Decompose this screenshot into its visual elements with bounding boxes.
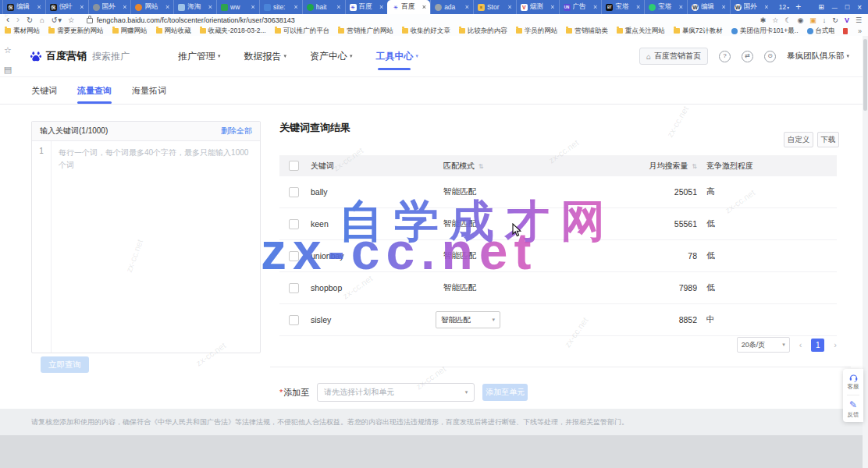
new-tab-button[interactable]: + bbox=[795, 2, 801, 12]
sort-icon[interactable]: ⇅ bbox=[478, 163, 484, 170]
bookmark-item[interactable]: 暴疯72计教材 bbox=[674, 27, 723, 36]
tab-close-icon[interactable] bbox=[422, 3, 426, 11]
brand[interactable]: 百度营销 搜索推广 bbox=[30, 49, 130, 63]
plan-unit-select[interactable]: 请先选择计划和单元 bbox=[317, 383, 475, 402]
sort-icon[interactable]: ⇅ bbox=[692, 163, 697, 170]
browser-tab[interactable]: ✳ 百度 bbox=[345, 0, 388, 14]
tab-close-icon[interactable] bbox=[379, 3, 383, 11]
tab-close-icon[interactable] bbox=[251, 3, 255, 11]
customer-service-button[interactable]: 客服 bbox=[848, 373, 859, 391]
refresh-icon[interactable] bbox=[27, 14, 33, 26]
clear-all-link[interactable]: 删除全部 bbox=[221, 126, 252, 136]
column-header-match[interactable]: 匹配模式 ⇅ bbox=[443, 161, 603, 172]
browser-tab[interactable]: 倪 编辑 bbox=[2, 0, 45, 14]
browser-tab[interactable]: BT 宝塔 bbox=[601, 0, 644, 14]
row-checkbox[interactable] bbox=[289, 251, 299, 261]
tab-close-icon[interactable] bbox=[293, 3, 297, 11]
tool-tab[interactable]: 关键词 bbox=[31, 77, 57, 104]
tab-close-icon[interactable] bbox=[165, 3, 169, 11]
tab-close-icon[interactable] bbox=[37, 3, 41, 11]
keyword-textarea[interactable]: 1 每行一个词，每个词最多40个字符，最多只能输入1000个词 bbox=[32, 141, 260, 353]
row-checkbox[interactable] bbox=[289, 219, 299, 229]
bookmark-item[interactable]: 网赚网站 bbox=[112, 27, 148, 36]
panel-icon[interactable]: ▤ bbox=[4, 65, 12, 75]
tab-close-icon[interactable] bbox=[636, 3, 640, 11]
row-checkbox[interactable] bbox=[289, 283, 299, 293]
bookmark-item[interactable]: 营销辅助类 bbox=[566, 27, 608, 36]
scrollbar-thumb[interactable] bbox=[863, 39, 867, 111]
bookmark-item[interactable]: 需要更新的网站 bbox=[48, 27, 104, 36]
row-checkbox[interactable] bbox=[289, 315, 299, 325]
bookmark-item[interactable]: 美团信用卡101+最.. bbox=[731, 27, 799, 36]
extension-icon[interactable]: ✱ bbox=[760, 16, 767, 24]
extension-icon[interactable]: ☰ bbox=[856, 16, 862, 24]
browser-tab[interactable]: W 国外 bbox=[730, 0, 773, 14]
bookmark-item[interactable]: 营销推广的网站 bbox=[338, 27, 393, 36]
bookmark-item[interactable]: 可以推广的平台 bbox=[275, 27, 330, 36]
browser-tab[interactable]: V 烟测 bbox=[516, 0, 559, 14]
red-bookmark-icon[interactable] bbox=[843, 28, 848, 34]
browser-tab[interactable]: W 编辑 bbox=[687, 0, 730, 14]
close-button[interactable] bbox=[857, 3, 862, 12]
query-button[interactable]: 立即查询 bbox=[41, 356, 89, 373]
extension-icon[interactable]: ◉ bbox=[797, 16, 803, 24]
user-icon[interactable]: ⊙ bbox=[764, 51, 776, 62]
address-bar[interactable]: fengchao.baidu.com/fc/toolscenter/orient… bbox=[82, 16, 753, 24]
extension-icon[interactable]: ↓ bbox=[823, 16, 827, 24]
extension-icon[interactable]: V bbox=[845, 16, 849, 24]
back-icon[interactable] bbox=[6, 14, 9, 26]
browser-tab[interactable]: ww bbox=[216, 0, 259, 14]
home-icon[interactable] bbox=[40, 14, 44, 26]
tab-close-icon[interactable] bbox=[722, 3, 726, 11]
nav-item[interactable]: 数据报告 bbox=[244, 50, 287, 63]
forward-icon[interactable] bbox=[16, 14, 20, 26]
nav-item[interactable]: 工具中心 bbox=[376, 50, 419, 63]
tab-close-icon[interactable] bbox=[679, 3, 683, 11]
history-icon[interactable] bbox=[52, 14, 61, 26]
bookmark-item[interactable]: 比较杂的内容 bbox=[459, 27, 507, 36]
page-size-select[interactable]: 20条/页 bbox=[737, 337, 790, 353]
tab-close-icon[interactable] bbox=[336, 3, 340, 11]
tab-close-icon[interactable] bbox=[550, 3, 554, 11]
url-text[interactable]: fengchao.baidu.com/fc/toolscenter/orient… bbox=[97, 16, 295, 24]
bookmark-item[interactable]: 素材网站 bbox=[5, 27, 40, 36]
row-checkbox[interactable] bbox=[289, 187, 299, 197]
minimize-button[interactable] bbox=[832, 3, 838, 12]
browser-tab[interactable]: UN 广告 bbox=[559, 0, 602, 14]
maximize-button[interactable] bbox=[845, 3, 849, 12]
bookmark-item[interactable]: 重点关注网站 bbox=[617, 27, 665, 36]
match-mode-select[interactable]: 智能匹配 bbox=[436, 311, 500, 328]
bookmark-item[interactable]: 收集的好文章 bbox=[402, 27, 450, 36]
bookmark-star-icon[interactable] bbox=[68, 14, 75, 26]
feedback-button[interactable]: 反馈 bbox=[848, 399, 859, 419]
extension-icon[interactable]: ↻ bbox=[832, 16, 838, 24]
tool-tab[interactable]: 流量查询 bbox=[77, 77, 112, 104]
page-number-button[interactable]: 1 bbox=[811, 339, 824, 352]
browser-tab[interactable]: site: bbox=[259, 0, 302, 14]
scrollbar-track[interactable] bbox=[863, 36, 868, 468]
customize-button[interactable]: 自定义 bbox=[784, 132, 813, 147]
column-header-volume[interactable]: 月均搜索量 ⇅ bbox=[603, 161, 697, 172]
prev-page-button[interactable]: ‹ bbox=[799, 340, 802, 349]
nav-item[interactable]: 资产中心 bbox=[310, 50, 353, 63]
tab-close-icon[interactable] bbox=[123, 3, 126, 11]
tab-close-icon[interactable] bbox=[764, 3, 768, 11]
browser-tab[interactable]: ≡ Stor bbox=[473, 0, 516, 14]
browser-tab[interactable]: hait bbox=[302, 0, 345, 14]
side-panel-icon[interactable] bbox=[818, 3, 824, 12]
browser-tab[interactable]: 国外 bbox=[88, 0, 131, 14]
switch-account-icon[interactable]: ⇄ bbox=[742, 51, 753, 62]
nav-item[interactable]: 推广管理 bbox=[178, 50, 221, 63]
account-menu[interactable]: 暴疯团队俱乐部 bbox=[787, 51, 849, 62]
browser-tab[interactable]: 宝塔 bbox=[644, 0, 687, 14]
tab-close-icon[interactable] bbox=[465, 3, 469, 11]
bookmark-item[interactable]: 网站收藏 bbox=[156, 27, 191, 36]
bookmark-item[interactable]: 学员的网站 bbox=[516, 27, 558, 36]
browser-tab[interactable]: 海淘 bbox=[173, 0, 216, 14]
marketing-home-button[interactable]: 百度营销首页 bbox=[639, 48, 708, 65]
tab-close-icon[interactable] bbox=[208, 3, 212, 11]
tab-count-dropdown[interactable]: 12 bbox=[779, 3, 789, 11]
help-icon[interactable]: ? bbox=[719, 51, 731, 62]
bookmarks-overflow-chevron[interactable]: » bbox=[856, 27, 863, 35]
collect-star-icon[interactable]: ☆ bbox=[4, 45, 12, 55]
